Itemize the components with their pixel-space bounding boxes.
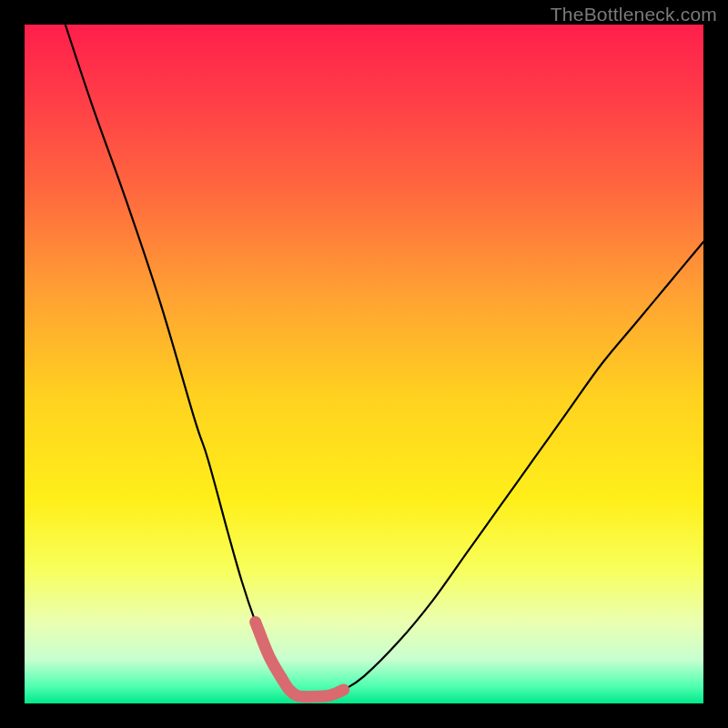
bottleneck-curve bbox=[66, 25, 703, 697]
curve-layer bbox=[25, 25, 703, 703]
chart-frame: TheBottleneck.com bbox=[0, 0, 728, 728]
valley-highlight bbox=[256, 622, 344, 696]
watermark-text: TheBottleneck.com bbox=[551, 4, 717, 25]
plot-area bbox=[25, 25, 703, 703]
